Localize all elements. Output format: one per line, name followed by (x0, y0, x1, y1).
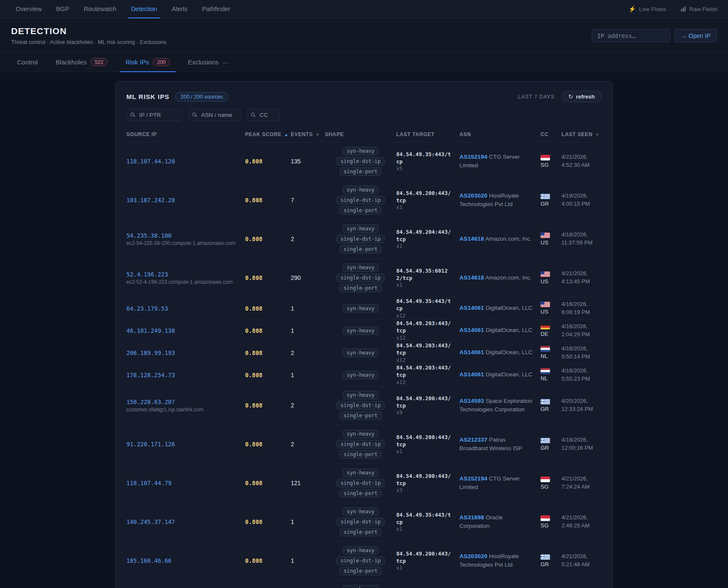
target-multiplier: x1 (396, 526, 453, 532)
table-row: 118.107.44.790.808121syn-heavysingle-dst… (126, 463, 602, 502)
country-cell: GR (541, 438, 561, 451)
tab-control[interactable]: Control (11, 52, 44, 72)
asn-cell: AS31898 Oracle Corporation (459, 513, 541, 531)
nav-item-bgp[interactable]: BGP (50, 0, 75, 18)
shape-cell: syn-heavysingle-dst-ipsingle-port (325, 503, 396, 541)
country-flag-icon (541, 155, 550, 160)
country-flag-icon (541, 233, 550, 238)
sort-desc-icon: ▼ (316, 132, 320, 137)
refresh-button[interactable]: ↻ refresh (561, 91, 602, 102)
shape-badge-single-port: single-port (339, 450, 382, 459)
column-header-label: LAST SEEN (561, 131, 593, 137)
country-cell: US (541, 302, 561, 315)
asn-link[interactable]: AS14618 (459, 236, 484, 242)
country-code: US (541, 309, 548, 315)
asn-link[interactable]: AS152194 (459, 475, 487, 482)
country-code: GR (541, 445, 549, 451)
shape-cell: syn-heavy (325, 366, 396, 384)
asn-link[interactable]: AS212337 (459, 437, 487, 443)
source-ip-link[interactable]: 178.128.254.73 (126, 372, 240, 378)
column-header-events[interactable]: EVENTS▼ (291, 131, 325, 137)
nav-item-pathfinder[interactable]: Pathfinder (196, 0, 236, 18)
peak-score-value: 0.808 (245, 349, 291, 356)
tab-risk-ips[interactable]: Risk IPs200 (120, 52, 176, 72)
asn-link[interactable]: AS14593 (459, 398, 484, 404)
shape-badge-single-dst-ip: single-dst-ip (336, 274, 385, 282)
nav-item-detection[interactable]: Detection (126, 0, 163, 18)
nav-item-alerts[interactable]: Alerts (166, 0, 193, 18)
source-ip-link[interactable]: 118.107.44.120 (126, 158, 240, 165)
shape-badge-syn-heavy: syn-heavy (342, 391, 379, 399)
table-row: 103.187.242.280.8087syn-heavysingle-dst-… (126, 180, 602, 219)
ptr-hostname: customer.sfiabgr1.isp.starlink.com (126, 407, 240, 413)
asn-link[interactable]: AS203020 (459, 192, 487, 199)
source-ip-link[interactable]: 46.101.249.138 (126, 327, 240, 334)
column-header-label: LAST TARGET (396, 131, 435, 137)
source-ip-link[interactable]: 54.235.38.100 (126, 232, 240, 239)
peak-score-value: 0.808 (245, 158, 291, 165)
filters-row (126, 109, 602, 121)
asn-cell: AS14061 DigitalOcean, LLC (459, 304, 541, 312)
asn-link[interactable]: AS14061 (459, 349, 484, 355)
country-cell: SG (541, 477, 561, 490)
asn-name: Amazon.com, Inc. (485, 236, 532, 242)
asn-link[interactable]: AS31898 (459, 514, 484, 521)
asn-link[interactable]: AS14061 (459, 327, 484, 333)
column-header-last-seen[interactable]: LAST SEEN▼ (561, 131, 602, 137)
filter-ip-ptr (126, 109, 183, 121)
column-header-source-ip: SOURCE IP (126, 131, 245, 137)
tab-exclusions[interactable]: Exclusions— (182, 52, 234, 72)
last-target-cell: 84.54.49.200:443/tcpx1 (396, 550, 459, 571)
shape-cell: syn-heavysingle-dst-ipsingle-port (325, 220, 396, 258)
column-header-peak-score[interactable]: PEAK SCORE▲ (245, 131, 291, 137)
asn-link[interactable]: AS14061 (459, 305, 484, 311)
ip-address-input[interactable] (592, 29, 670, 42)
last-target-cell: 84.54.49.204:443/tcpx1 (396, 229, 459, 250)
column-header-last-target: LAST TARGET (396, 131, 459, 137)
tab-dash: — (222, 58, 228, 66)
country-flag-icon (541, 194, 550, 199)
country-code: DE (541, 331, 548, 337)
shape-badge-syn-heavy: syn-heavy (342, 546, 379, 555)
shape-badge-single-port: single-port (339, 411, 382, 420)
country-code: GR (541, 561, 549, 568)
asn-link[interactable]: AS203020 (459, 553, 487, 559)
table-row: 185.160.46.660.8081syn-heavysingle-dst-i… (126, 541, 602, 580)
shape-badge-single-port: single-port (339, 245, 382, 253)
nav-item-routewatch[interactable]: Routewatch (78, 0, 122, 18)
open-ip-button[interactable]: → Open IP (675, 29, 717, 42)
source-ip-link[interactable]: 185.160.46.66 (126, 557, 240, 564)
events-count: 1 (291, 557, 325, 564)
source-ip-link[interactable]: 91.220.171.126 (126, 441, 240, 448)
source-ip-link[interactable]: 140.245.37.147 (126, 518, 240, 525)
table-row: 178.128.254.730.8081syn-heavy84.54.49.20… (126, 364, 602, 386)
source-ip-link[interactable]: 206.189.99.193 (126, 349, 240, 356)
asn-cell: AS14061 DigitalOcean, LLC (459, 370, 541, 379)
source-ip-link[interactable]: 103.187.242.28 (126, 197, 240, 204)
tab-blackholes[interactable]: Blackholes522 (50, 52, 114, 72)
nav-utility-raw-fields[interactable]: Raw Fields (681, 6, 718, 12)
nav-utility-live-flows[interactable]: ⚡Live Flows (629, 6, 666, 12)
source-ip-link[interactable]: 64.23.179.53 (126, 305, 240, 312)
shape-badge-syn-heavy: syn-heavy (342, 585, 379, 588)
shape-badge-syn-heavy: syn-heavy (342, 430, 379, 438)
page-header: DETECTION Threat control · Active blackh… (0, 18, 728, 52)
source-ip-link[interactable]: 118.107.44.79 (126, 480, 240, 486)
shape-badge-syn-heavy: syn-heavy (342, 371, 379, 379)
asn-link[interactable]: AS14061 (459, 371, 484, 378)
tab-label: Risk IPs (126, 58, 149, 66)
asn-link[interactable]: AS152194 (459, 154, 487, 160)
last-target-value: 84.54.49.200:443/tcp (396, 473, 453, 487)
nav-item-overview[interactable]: Overview (10, 0, 47, 18)
peak-score-value: 0.808 (245, 197, 291, 204)
detection-tabs: ControlBlackholes522Risk IPs200Exclusion… (0, 52, 728, 72)
asn-link[interactable]: AS14618 (459, 274, 484, 281)
country-flag-icon (541, 399, 550, 405)
source-ip-link[interactable]: 52.4.196.223 (126, 271, 240, 278)
source-ip-link[interactable]: 150.228.63.207 (126, 399, 240, 405)
country-code: SG (541, 522, 549, 529)
last-target-cell: 84.54.49.200:443/tcpx1 (396, 434, 459, 455)
shape-cell: syn-heavy (325, 344, 396, 362)
last-target-cell: 84.54.49.203:443/tcpx12 (396, 364, 459, 385)
last-target-cell: 84.54.49.35:443/tcpx12 (396, 298, 459, 319)
